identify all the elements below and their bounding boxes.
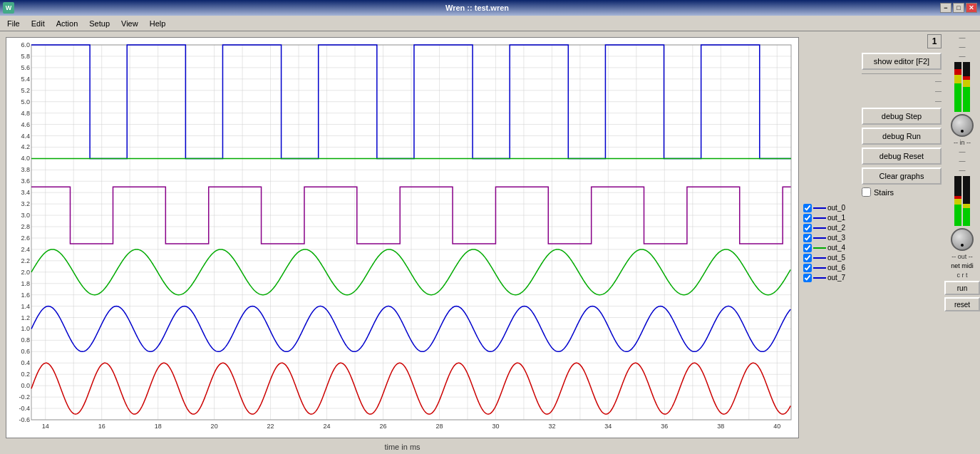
legend-item-5: out_5 bbox=[803, 254, 857, 262]
separator-1 bbox=[862, 73, 942, 74]
out-label: -- out -- bbox=[951, 253, 973, 260]
window-controls: − □ ✕ bbox=[940, 3, 977, 13]
output-vu-meter bbox=[954, 176, 970, 226]
title-bar: W Wren :: test.wren − □ ✕ bbox=[0, 0, 980, 16]
knob-indicator bbox=[961, 130, 964, 133]
combined-right: 1 show editor [F2] — — — debug Step debu… bbox=[859, 31, 980, 454]
vu-section: — — — -- in -- bbox=[944, 31, 980, 454]
menu-edit[interactable]: Edit bbox=[27, 18, 49, 29]
legend-label-4: out_4 bbox=[827, 244, 845, 252]
out-knob-indicator bbox=[961, 244, 964, 247]
legend-label-2: out_2 bbox=[827, 224, 845, 232]
legend-line-1 bbox=[813, 217, 826, 219]
debug-run-button[interactable]: debug Run bbox=[862, 128, 942, 145]
legend-checkbox-7[interactable] bbox=[803, 274, 812, 282]
menu-help[interactable]: Help bbox=[145, 18, 170, 29]
legend-checkbox-5[interactable] bbox=[803, 254, 812, 262]
legend-line-0 bbox=[813, 207, 826, 209]
output-vu-right bbox=[963, 176, 970, 226]
debug-reset-button[interactable]: debug Reset bbox=[862, 148, 942, 165]
legend-line-5 bbox=[813, 257, 826, 259]
legend-line-2 bbox=[813, 227, 826, 229]
legend-checkbox-4[interactable] bbox=[803, 244, 812, 252]
main-area: time in ms out_0out_1out_2out_3out_4out_… bbox=[0, 31, 980, 454]
maximize-button[interactable]: □ bbox=[953, 3, 964, 13]
legend-line-6 bbox=[813, 267, 826, 269]
legend-checkbox-6[interactable] bbox=[803, 264, 812, 272]
legend-line-7 bbox=[813, 277, 826, 279]
minimize-button[interactable]: − bbox=[940, 3, 951, 13]
legend-panel: out_0out_1out_2out_3out_4out_5out_6out_7 bbox=[802, 31, 859, 454]
legend-item-4: out_4 bbox=[803, 244, 857, 252]
legend-checkbox-3[interactable] bbox=[803, 234, 812, 242]
menu-action[interactable]: Action bbox=[52, 18, 83, 29]
legend-label-6: out_6 bbox=[827, 264, 845, 272]
legend-item-7: out_7 bbox=[803, 274, 857, 282]
input-vu-left bbox=[954, 62, 961, 112]
graph-canvas bbox=[6, 38, 798, 438]
legend-item-1: out_1 bbox=[803, 214, 857, 222]
page-number: 1 bbox=[927, 34, 942, 48]
legend-line-3 bbox=[813, 237, 826, 239]
legend-label-3: out_3 bbox=[827, 234, 845, 242]
right-panel: 1 show editor [F2] — — — debug Step debu… bbox=[859, 31, 944, 454]
legend-label-1: out_1 bbox=[827, 214, 845, 222]
close-button[interactable]: ✕ bbox=[966, 3, 977, 13]
menu-setup[interactable]: Setup bbox=[85, 18, 114, 29]
legend-checkbox-1[interactable] bbox=[803, 214, 812, 222]
app-icon: W bbox=[3, 2, 14, 14]
output-vu-left bbox=[954, 176, 961, 226]
x-axis-label: time in ms bbox=[3, 443, 802, 451]
stairs-row: Stairs bbox=[862, 187, 942, 197]
menu-view[interactable]: View bbox=[117, 18, 143, 29]
show-editor-button[interactable]: show editor [F2] bbox=[862, 53, 942, 70]
legend-item-0: out_0 bbox=[803, 204, 857, 212]
legend-item-2: out_2 bbox=[803, 224, 857, 232]
in-knob[interactable] bbox=[951, 114, 974, 137]
input-vu-meter bbox=[954, 62, 970, 112]
menu-bar: File Edit Action Setup View Help bbox=[0, 16, 980, 31]
legend-label-5: out_5 bbox=[827, 254, 845, 262]
in-label: -- in -- bbox=[954, 139, 971, 146]
stairs-label: Stairs bbox=[874, 188, 894, 197]
window-title: Wren :: test.wren bbox=[14, 4, 940, 12]
legend-label-7: out_7 bbox=[827, 274, 845, 282]
reset-button[interactable]: reset bbox=[944, 297, 980, 311]
crt-label: c r t bbox=[957, 272, 968, 279]
menu-file[interactable]: File bbox=[3, 18, 24, 29]
out-knob[interactable] bbox=[951, 228, 974, 251]
debug-step-button[interactable]: debug Step bbox=[862, 108, 942, 125]
clear-graphs-button[interactable]: Clear graphs bbox=[862, 167, 942, 185]
legend-checkbox-0[interactable] bbox=[803, 204, 812, 212]
legend-label-0: out_0 bbox=[827, 204, 845, 212]
legend-item-3: out_3 bbox=[803, 234, 857, 242]
graph-wrapper: time in ms bbox=[3, 34, 802, 451]
legend-checkbox-2[interactable] bbox=[803, 224, 812, 232]
legend-item-6: out_6 bbox=[803, 264, 857, 272]
stairs-checkbox[interactable] bbox=[862, 187, 871, 197]
input-vu-right bbox=[963, 62, 970, 112]
graph-area bbox=[6, 37, 799, 438]
net-midi-label: net midi bbox=[951, 262, 974, 269]
run-button[interactable]: run bbox=[944, 281, 980, 295]
legend-line-4 bbox=[813, 247, 826, 249]
